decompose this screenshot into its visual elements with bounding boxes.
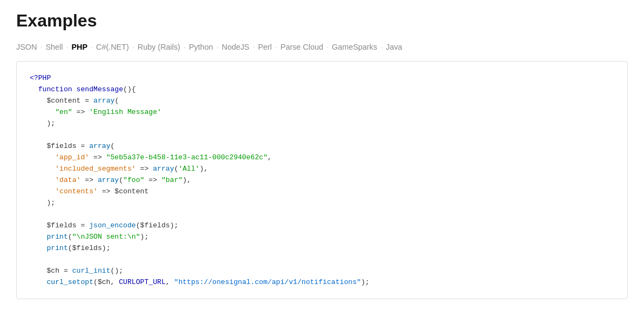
- tab-shell[interactable]: Shell: [45, 40, 63, 55]
- tab-gamesparks[interactable]: GameSparks: [332, 40, 377, 55]
- separator-8: ·: [272, 40, 281, 55]
- separator-4: ·: [129, 40, 138, 55]
- separator-7: ·: [249, 40, 258, 55]
- separator-2: ·: [63, 40, 71, 55]
- tab-csharp[interactable]: C#(.NET): [96, 40, 129, 55]
- tab-json[interactable]: JSON: [16, 40, 37, 55]
- code-block: <?PHP function sendMessage(){ $content =…: [16, 61, 628, 299]
- separator-10: ·: [377, 40, 386, 55]
- tab-ruby[interactable]: Ruby (Rails): [138, 40, 180, 55]
- tab-nodejs[interactable]: NodeJS: [222, 40, 249, 55]
- tab-perl[interactable]: Perl: [258, 40, 272, 55]
- separator-3: ·: [87, 40, 96, 55]
- separator-1: ·: [37, 40, 45, 55]
- tab-parsecloud[interactable]: Parse Cloud: [281, 40, 323, 55]
- separator-6: ·: [213, 40, 222, 55]
- tab-python[interactable]: Python: [189, 40, 213, 55]
- separator-5: ·: [180, 40, 189, 55]
- page-title: Examples: [16, 11, 628, 31]
- separator-9: ·: [323, 40, 332, 55]
- tab-java[interactable]: Java: [386, 40, 402, 55]
- tab-php[interactable]: PHP: [71, 40, 87, 55]
- code-content: <?PHP function sendMessage(){ $content =…: [17, 62, 627, 299]
- tab-bar: JSON · Shell · PHP · C#(.NET) · Ruby (Ra…: [16, 40, 628, 55]
